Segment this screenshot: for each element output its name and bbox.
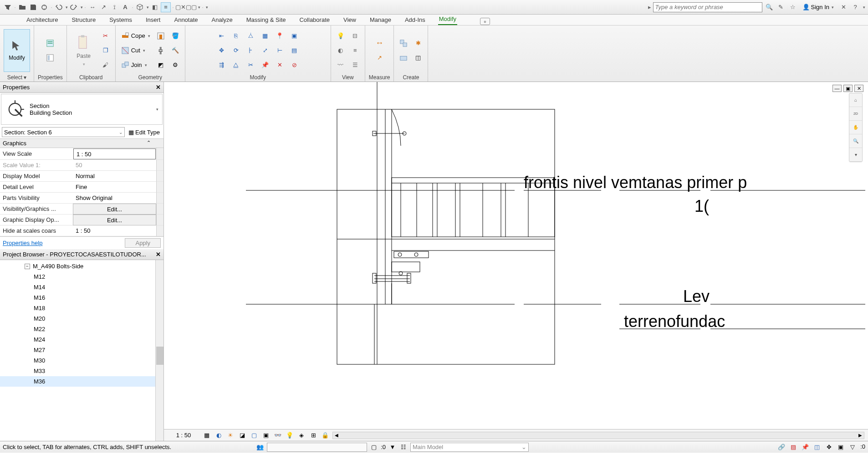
tab-insert[interactable]: Insert xyxy=(145,15,162,25)
align-icon[interactable]: ⇤ xyxy=(215,30,227,42)
tab-analyze[interactable]: Analyze xyxy=(211,15,234,25)
undo-icon[interactable] xyxy=(54,2,64,12)
project-browser-tree[interactable]: −M_A490 Bolts-Side M12 M14 M16 M18 M20 M… xyxy=(0,260,163,441)
visual-style-icon[interactable]: ◐ xyxy=(214,431,223,440)
design-options-icon[interactable]: ☷ xyxy=(399,443,408,451)
wall-opening-icon[interactable] xyxy=(155,30,167,42)
tree-item-m14[interactable]: M14 xyxy=(0,282,163,292)
trim-single-icon[interactable]: ⊢ xyxy=(274,45,286,56)
param-hide-scales-value[interactable]: 1 : 50 xyxy=(73,225,156,236)
tree-item-m16[interactable]: M16 xyxy=(0,292,163,303)
tree-item-m12[interactable]: M12 xyxy=(0,271,163,282)
tree-scrollbar[interactable] xyxy=(155,260,163,441)
editable-only-icon[interactable]: ▢ xyxy=(370,443,378,451)
tab-addins[interactable]: Add-Ins xyxy=(404,15,426,25)
override-cat-icon[interactable]: ☰ xyxy=(349,59,361,71)
canvas-hscrollbar[interactable]: ◀ ▶ xyxy=(332,432,864,439)
tree-item-m30[interactable]: M30 xyxy=(0,355,163,366)
tree-item-m20[interactable]: M20 xyxy=(0,313,163,324)
move-icon[interactable]: ✥ xyxy=(215,45,227,56)
nav-pan-icon[interactable]: ✋ xyxy=(849,121,862,134)
create-group-icon[interactable] xyxy=(398,52,409,64)
signin-button[interactable]: 👤 Sign In ▾ xyxy=(800,4,837,10)
delete-icon[interactable]: ✕ xyxy=(274,59,286,71)
group2-icon[interactable]: ▤ xyxy=(288,45,300,56)
override-icon[interactable]: ◐ xyxy=(335,45,347,56)
cut-icon[interactable]: ✂ xyxy=(100,30,112,42)
worksharing-disp-icon[interactable]: ◈ xyxy=(297,431,306,440)
active-workset-combo[interactable] xyxy=(267,443,367,452)
rotate-icon[interactable]: ⟳ xyxy=(230,45,242,56)
design-option-combo[interactable]: Main Model⌄ xyxy=(410,443,529,452)
param-view-scale-value[interactable]: 1 : 50 xyxy=(73,148,156,159)
unpin-icon[interactable]: 📍 xyxy=(274,30,286,42)
tab-modify[interactable]: Modify xyxy=(438,14,457,25)
pin-icon[interactable]: 📌 xyxy=(259,59,271,71)
help-icon[interactable]: ? xyxy=(850,2,860,12)
text-icon[interactable]: A xyxy=(120,2,130,12)
favorite-icon[interactable]: ☆ xyxy=(788,2,798,12)
nav-home-icon[interactable]: ⌂ xyxy=(849,93,862,107)
hscroll-right-icon[interactable]: ▶ xyxy=(857,432,864,439)
show-crop-icon[interactable]: ▣ xyxy=(261,431,271,440)
background-icon[interactable]: ▣ xyxy=(837,443,845,451)
temp-hide-icon[interactable]: 👓 xyxy=(273,431,282,440)
properties-icon[interactable] xyxy=(44,37,56,49)
tab-manage[interactable]: Manage xyxy=(369,15,392,25)
view-scale-button[interactable]: 1 : 50 xyxy=(168,432,199,439)
project-browser-close-icon[interactable]: ✕ xyxy=(156,251,161,258)
split-face-icon[interactable]: ◩ xyxy=(155,59,167,71)
collapse-icon[interactable]: − xyxy=(25,264,30,269)
tab-massing-site[interactable]: Massing & Site xyxy=(245,15,287,25)
tag-icon[interactable]: ⟟ xyxy=(109,2,119,12)
modify-button[interactable]: Modify xyxy=(4,29,30,72)
edit-type-button[interactable]: ▦ Edit Type xyxy=(127,129,162,136)
tree-node-bolts-side[interactable]: −M_A490 Bolts-Side xyxy=(0,261,163,271)
measure-along-icon[interactable]: ↗ xyxy=(373,52,385,64)
exchange-icon[interactable]: ✕ xyxy=(838,2,848,12)
scale-icon[interactable]: ⤢ xyxy=(259,45,271,56)
crop-view-icon[interactable]: ▢ xyxy=(250,431,259,440)
param-gdo-edit-button[interactable]: Edit... xyxy=(73,215,156,225)
tree-item-m33[interactable]: M33 xyxy=(0,366,163,376)
array-icon[interactable]: ▦ xyxy=(259,30,271,42)
tab-view[interactable]: View xyxy=(342,15,357,25)
comm-icon[interactable]: ✎ xyxy=(776,2,786,12)
linework-icon[interactable]: 〰 xyxy=(335,59,347,71)
tab-structure[interactable]: Structure xyxy=(71,15,97,25)
open-icon[interactable] xyxy=(17,2,27,12)
tab-architecture[interactable]: Architecture xyxy=(26,15,59,25)
thinlines-icon[interactable]: ≡ xyxy=(161,2,171,12)
instance-combo[interactable]: Section: Section 6 ⌄ xyxy=(2,127,125,137)
shadows-icon[interactable]: ◪ xyxy=(238,431,247,440)
tree-item-m24[interactable]: M24 xyxy=(0,334,163,345)
group-header-graphics[interactable]: Graphics ⌃ xyxy=(0,138,163,148)
constraints-icon[interactable]: 🔒 xyxy=(321,431,330,440)
paste-button[interactable]: Paste ▾ xyxy=(71,29,97,72)
switch-windows-icon[interactable]: ▢▢ xyxy=(186,2,196,12)
select-face-icon[interactable]: ◫ xyxy=(813,443,821,451)
reveal-hidden-icon[interactable]: 💡 xyxy=(285,431,294,440)
tree-item-m18[interactable]: M18 xyxy=(0,303,163,313)
properties-help-link[interactable]: Properties help xyxy=(3,240,42,246)
trim-extend-icon[interactable]: ⺊ xyxy=(245,45,256,56)
default3d-icon[interactable] xyxy=(135,2,145,12)
sync-icon[interactable] xyxy=(39,2,49,12)
measure-between-icon[interactable]: ↔ xyxy=(373,37,385,49)
group1-icon[interactable]: ▣ xyxy=(288,30,300,42)
create-parts-icon[interactable]: ◫ xyxy=(412,52,424,64)
search-input[interactable] xyxy=(653,2,762,12)
type-properties-icon[interactable] xyxy=(44,52,56,64)
mirror-axis-icon[interactable]: ⧋ xyxy=(230,59,242,71)
offset-icon[interactable]: ⇶ xyxy=(215,59,227,71)
cope-button[interactable]: Cope▾ xyxy=(119,30,152,42)
properties-titlebar[interactable]: Properties ✕ xyxy=(0,82,163,93)
create-assembly-icon[interactable]: ✱ xyxy=(412,37,424,49)
search-icon[interactable]: 🔍 xyxy=(764,2,774,12)
nav-zoom-icon[interactable]: 🔍 xyxy=(849,134,862,148)
cut-geom-button[interactable]: Cut▾ xyxy=(119,45,152,56)
tree-item-m27[interactable]: M27 xyxy=(0,345,163,355)
nav-wheel-icon[interactable]: 2D xyxy=(849,107,862,121)
match-type-icon[interactable]: 🖌 xyxy=(100,59,112,71)
detail-level-icon[interactable]: ▦ xyxy=(202,431,211,440)
